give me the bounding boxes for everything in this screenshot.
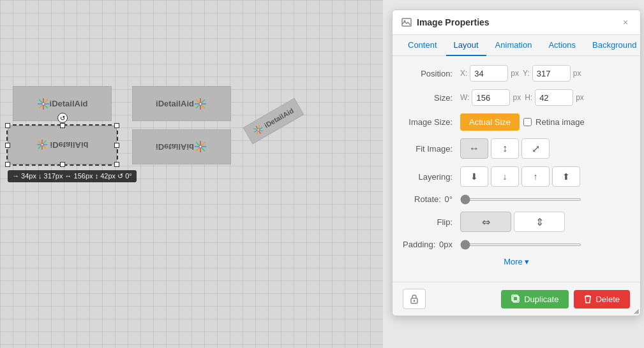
rotate-slider[interactable] [460, 198, 581, 201]
layer-back-button[interactable]: ↓ [491, 166, 519, 187]
fit-image-label: Fit Image: [403, 144, 460, 154]
canvas-image-3[interactable]: iDetailAid [132, 129, 231, 164]
image-size-row: Image Size: Actual Size Retina image [403, 113, 630, 131]
y-coord-label: Y: [523, 69, 530, 78]
layer-to-back-button[interactable]: ⬇ [460, 166, 488, 187]
w-px-label: px [513, 93, 521, 102]
panel-footer: Duplicate Delete [393, 282, 640, 315]
panel-body: Position: X: px Y: px Size: W: [393, 56, 640, 282]
fit-image-buttons: ↔ ↕ ⤢ [460, 138, 550, 159]
fit-image-row: Fit Image: ↔ ↕ ⤢ [403, 138, 630, 159]
handle-top-center[interactable] [60, 123, 65, 128]
retina-label: Retina image [535, 117, 585, 127]
image-size-controls: Actual Size Retina image [460, 113, 630, 131]
panel-header-left: Image Properties [401, 17, 490, 27]
size-controls: W: px H: px [460, 89, 630, 106]
panel-close-button[interactable]: × [620, 17, 631, 28]
tab-actions[interactable]: Actions [541, 35, 583, 56]
padding-label: Padding: 0px [403, 240, 460, 249]
layering-label: Layering: [403, 172, 460, 182]
delete-icon [584, 294, 592, 303]
actual-size-button[interactable]: Actual Size [460, 113, 520, 131]
h-input-group: H: px [525, 89, 584, 106]
delete-label: Delete [595, 294, 620, 304]
handle-bottom-center[interactable] [60, 162, 65, 167]
flip-row: Flip: ⇔ ⇕ [403, 212, 630, 232]
more-link[interactable]: More ▾ [403, 257, 630, 266]
selected-element[interactable]: iDetailAid ↺ → 34px ↓ 317px ↔ 156px ↕ 42… [6, 124, 118, 166]
handle-bottom-right[interactable] [114, 162, 119, 167]
canvas-image-2[interactable]: iDetailAid [132, 86, 231, 121]
rotate-handle[interactable]: ↺ [57, 113, 68, 123]
rotate-value: 0° [445, 194, 453, 204]
y-input[interactable] [532, 65, 571, 82]
rotate-label: Rotate: 0° [403, 194, 460, 204]
handle-top-left[interactable] [5, 123, 10, 128]
panel-tabs: Content Layout Animation Actions Backgro… [393, 35, 640, 56]
handle-top-right[interactable] [114, 123, 119, 128]
tab-layout[interactable]: Layout [446, 35, 486, 56]
x-coord-label: X: [460, 69, 467, 78]
svg-point-28 [414, 300, 416, 302]
flip-label: Flip: [403, 217, 460, 227]
fit-horizontal-button[interactable]: ↔ [460, 138, 488, 159]
svg-point-24 [199, 146, 202, 149]
fit-vertical-button[interactable]: ↕ [491, 138, 519, 159]
rotate-slider-container [460, 198, 630, 201]
h-px-label: px [576, 93, 584, 102]
tab-animation[interactable]: Animation [488, 35, 540, 56]
delete-button[interactable]: Delete [574, 290, 630, 308]
panel-title: Image Properties [417, 17, 490, 27]
tab-background[interactable]: Background [585, 35, 641, 56]
x-input-group: X: px [460, 65, 519, 82]
h-input[interactable] [535, 89, 573, 106]
padding-slider[interactable] [460, 243, 581, 246]
retina-checkbox-row: Retina image [523, 117, 585, 127]
resize-corner[interactable]: ◢ [634, 307, 639, 314]
more-label: More [504, 257, 523, 266]
canvas-area[interactable]: iDetailAid iDetailAid iDetailA [0, 0, 383, 348]
w-coord-label: W: [460, 93, 469, 102]
duplicate-icon [511, 294, 520, 303]
svg-point-4 [42, 103, 45, 105]
fit-both-button[interactable]: ⤢ [521, 138, 550, 159]
h-coord-label: H: [525, 93, 532, 102]
handle-bottom-left[interactable] [5, 162, 10, 167]
image-size-label: Image Size: [403, 117, 460, 127]
lock-button[interactable] [403, 289, 426, 309]
padding-slider-container [460, 243, 630, 246]
flip-horizontal-button[interactable]: ⇔ [460, 212, 511, 232]
layer-to-front-button[interactable]: ⬆ [552, 166, 580, 187]
image-icon [401, 17, 412, 27]
coords-tooltip: → 34px ↓ 317px ↔ 156px ↕ 42px ↺ 0° [8, 170, 137, 182]
duplicate-button[interactable]: Duplicate [501, 290, 569, 308]
layer-forward-button[interactable]: ↑ [521, 166, 550, 187]
image-properties-panel: Image Properties × Content Layout Animat… [392, 10, 641, 316]
size-label: Size: [403, 93, 460, 103]
position-controls: X: px Y: px [460, 65, 630, 82]
lock-icon [410, 294, 419, 304]
svg-point-9 [199, 103, 202, 105]
flip-buttons: ⇔ ⇕ [460, 212, 565, 232]
x-input[interactable] [470, 65, 508, 82]
flip-vertical-button[interactable]: ⇕ [514, 212, 565, 232]
rotate-row: Rotate: 0° [403, 194, 630, 204]
retina-checkbox[interactable] [523, 118, 532, 126]
w-input-group: W: px [460, 89, 521, 106]
layering-buttons: ⬇ ↓ ↑ ⬆ [460, 166, 580, 187]
svg-point-19 [41, 144, 43, 147]
tab-content[interactable]: Content [400, 35, 445, 56]
footer-buttons: Duplicate Delete [501, 290, 630, 308]
canvas-image-rotated[interactable]: iDetailAid [241, 64, 305, 178]
position-row: Position: X: px Y: px [403, 65, 630, 82]
y-input-group: Y: px [523, 65, 581, 82]
size-row: Size: W: px H: px [403, 89, 630, 106]
x-px-label: px [511, 69, 519, 78]
chevron-down-icon: ▾ [525, 257, 529, 266]
w-input[interactable] [472, 89, 510, 106]
duplicate-label: Duplicate [524, 294, 558, 304]
handle-middle-left[interactable] [5, 143, 10, 148]
handle-middle-right[interactable] [114, 143, 119, 148]
panel-header: Image Properties × [393, 10, 640, 35]
position-label: Position: [403, 69, 460, 78]
